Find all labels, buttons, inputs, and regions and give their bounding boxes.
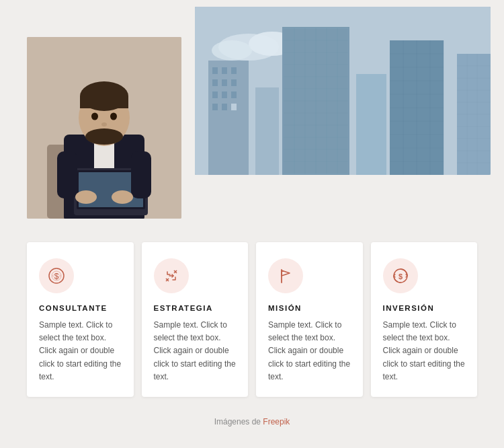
mision-title: MISIÓN (268, 304, 351, 312)
svg-point-80 (75, 190, 97, 204)
consultante-icon-wrap: $ (39, 258, 74, 293)
svg-rect-8 (212, 79, 218, 86)
svg-point-71 (91, 113, 98, 120)
inversion-icon-wrap: $ (383, 258, 418, 293)
card-estrategia: ESTRATEGIA Sample text. Click to select … (142, 242, 249, 397)
card-mision: MISIÓN Sample text. Click to select the … (256, 242, 363, 397)
svg-rect-62 (255, 87, 279, 175)
svg-rect-6 (222, 67, 227, 74)
footer-text: Imágenes de (214, 417, 261, 426)
consultante-title: CONSULTANTE (39, 304, 122, 312)
estrategia-text: Sample text. Click to select the text bo… (154, 319, 237, 383)
footer-link[interactable]: Freepik (263, 417, 290, 426)
consultante-text: Sample text. Click to select the text bo… (39, 319, 122, 383)
svg-text:$: $ (398, 272, 402, 281)
svg-rect-61 (356, 74, 386, 175)
flag-icon (276, 266, 295, 285)
svg-point-81 (112, 190, 133, 204)
svg-rect-15 (222, 104, 227, 110)
svg-point-3 (212, 40, 252, 61)
inversion-title: INVERSIÓN (383, 304, 466, 312)
svg-rect-14 (212, 104, 218, 110)
svg-point-70 (85, 128, 123, 145)
svg-point-73 (101, 122, 107, 126)
svg-rect-9 (222, 79, 227, 86)
svg-rect-7 (231, 67, 237, 74)
card-inversion: $ INVERSIÓN Sample text. Click to select… (371, 242, 478, 397)
svg-rect-4 (208, 61, 249, 175)
svg-rect-16 (231, 104, 237, 110)
inversion-text: Sample text. Click to select the text bo… (383, 319, 466, 383)
svg-rect-13 (231, 91, 237, 98)
money-circle-icon: $ (47, 266, 66, 285)
city-image (195, 7, 491, 175)
estrategia-icon-wrap (154, 258, 189, 293)
cards-section: $ CONSULTANTE Sample text. Click to sele… (0, 242, 504, 410)
svg-rect-5 (212, 67, 218, 74)
images-section (0, 0, 504, 229)
svg-rect-69 (80, 96, 128, 108)
person-image (27, 37, 181, 219)
footer: Imágenes de Freepik (0, 410, 504, 439)
svg-rect-10 (231, 79, 237, 86)
svg-rect-12 (222, 91, 227, 98)
strategy-arrows-icon (162, 266, 181, 285)
card-consultante: $ CONSULTANTE Sample text. Click to sele… (27, 242, 134, 397)
mision-text: Sample text. Click to select the text bo… (268, 319, 351, 383)
svg-text:$: $ (54, 272, 59, 281)
mision-icon-wrap (268, 258, 303, 293)
estrategia-title: ESTRATEGIA (154, 304, 237, 312)
dollar-arrows-icon: $ (391, 266, 410, 285)
svg-rect-11 (212, 91, 218, 98)
page-wrapper: $ CONSULTANTE Sample text. Click to sele… (0, 0, 504, 439)
svg-rect-79 (131, 151, 151, 198)
svg-rect-78 (57, 151, 77, 198)
svg-point-72 (110, 113, 117, 120)
